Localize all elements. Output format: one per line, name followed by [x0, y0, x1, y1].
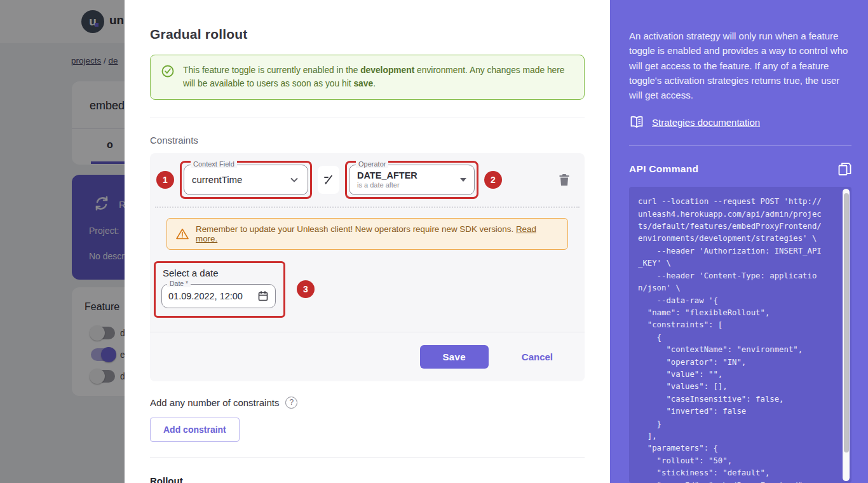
caret-down-icon — [460, 178, 466, 182]
dialog-title: Gradual rollout — [150, 27, 585, 42]
annotation-circle-1: 1 — [156, 171, 174, 189]
constraint-editor-row: 1 Context Field currentTime — [150, 153, 585, 205]
rollout-label: Rollout — [150, 475, 585, 483]
annotation-circle-3: 3 — [297, 280, 315, 298]
copy-icon[interactable] — [837, 161, 851, 177]
api-command-label: API Command — [629, 163, 698, 175]
enabled-environment-alert: This feature toggle is currently enabled… — [150, 55, 585, 100]
annotation-box-2: Operator DATE_AFTER is a date after — [345, 161, 478, 199]
operator-value: DATE_AFTER — [357, 170, 417, 181]
cancel-button[interactable]: Cancel — [518, 351, 557, 363]
rollout-section: Rollout 50 0% 25% 50% 75% 100% — [150, 475, 585, 483]
modal-backdrop-overlay[interactable] — [0, 0, 125, 483]
constraint-card-footer: Save Cancel — [150, 332, 585, 381]
save-button[interactable]: Save — [420, 345, 489, 369]
date-field-label: Date * — [167, 280, 191, 287]
chevron-down-icon — [288, 174, 300, 186]
api-command-code-block: curl --location --request POST 'http:// … — [629, 187, 851, 483]
context-field-value: currentTime — [192, 174, 242, 185]
gradual-rollout-dialog: Gradual rollout This feature toggle is c… — [125, 0, 610, 483]
constraint-card: 1 Context Field currentTime — [150, 153, 585, 381]
code-scrollbar-thumb[interactable] — [844, 193, 849, 452]
sdk-warning-alert: Remember to update your Unleash client! … — [166, 218, 568, 250]
background-page: u un projects / de embed o — [0, 0, 125, 483]
add-constraints-hint: Add any number of constraints ? — [150, 397, 585, 409]
strategy-description: An activation strategy will only run whe… — [629, 29, 851, 102]
book-icon — [629, 115, 644, 129]
operator-value-group: DATE_AFTER is a date after — [357, 170, 417, 189]
context-field-label: Context Field — [191, 160, 237, 168]
warning-triangle-icon — [176, 228, 189, 240]
screen: u un projects / de embed o — [0, 0, 868, 483]
strategies-documentation-link[interactable]: Strategies documentation — [652, 117, 760, 128]
select-date-heading: Select a date — [163, 268, 276, 278]
api-command-header: API Command — [629, 161, 851, 177]
add-constraint-button[interactable]: Add constraint — [150, 418, 240, 442]
docs-link-row: Strategies documentation — [629, 115, 851, 129]
context-field-select[interactable]: Context Field currentTime — [184, 165, 308, 195]
annotation-box-3: Select a date Date * 01.09.2022, 12:00 — [154, 261, 285, 318]
date-picker-section: Select a date Date * 01.09.2022, 12:00 — [154, 261, 585, 318]
warning-text: Remember to update your Unleash client! … — [196, 224, 559, 243]
divider — [150, 457, 585, 458]
dotted-divider — [155, 207, 580, 208]
operator-caption: is a date after — [357, 181, 417, 189]
curl-command: curl --location --request POST 'http:// … — [629, 187, 851, 483]
operator-select[interactable]: Operator DATE_AFTER is a date after — [349, 165, 475, 195]
help-icon[interactable]: ? — [285, 397, 297, 409]
date-input[interactable]: Date * 01.09.2022, 12:00 — [161, 284, 276, 308]
calendar-icon[interactable] — [257, 290, 269, 302]
alert-text: This feature toggle is currently enabled… — [183, 64, 574, 91]
operator-label: Operator — [356, 160, 388, 168]
check-circle-icon — [161, 64, 175, 78]
divider — [150, 118, 585, 118]
code-scrollbar-track[interactable] — [843, 189, 850, 481]
add-constraints-hint-text: Add any number of constraints — [150, 397, 279, 408]
date-value: 01.09.2022, 12:00 — [168, 291, 243, 301]
constraints-section-label: Constraints — [150, 135, 585, 146]
sidebar-divider — [629, 146, 851, 146]
annotation-circle-2: 2 — [484, 171, 502, 189]
invert-constraint-button[interactable] — [318, 166, 339, 194]
delete-constraint-button[interactable] — [558, 173, 571, 187]
strategy-info-sidebar: An activation strategy will only run whe… — [610, 0, 868, 483]
annotation-box-1: Context Field currentTime — [180, 161, 312, 199]
